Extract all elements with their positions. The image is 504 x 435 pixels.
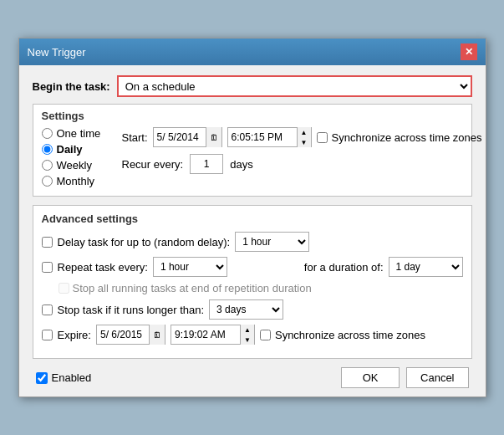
expire-sync-checkbox[interactable] — [260, 330, 271, 340]
new-trigger-dialog: New Trigger ✕ Begin the task: On a sched… — [18, 38, 486, 397]
schedule-details: Start: 5/ 5/2014 🗓 ▲ ▼ — [122, 127, 482, 187]
begin-task-select[interactable]: On a schedule At log on At startup On id… — [117, 75, 472, 97]
cancel-button[interactable]: Cancel — [406, 367, 468, 388]
stop-longer-checkbox[interactable] — [42, 304, 53, 315]
advanced-label: Advanced settings — [42, 212, 463, 225]
weekly-radio-item[interactable]: Weekly — [42, 159, 109, 171]
monthly-radio-item[interactable]: Monthly — [42, 175, 109, 187]
start-date-value: 5/ 5/2014 — [154, 130, 206, 145]
expire-time-input[interactable] — [171, 327, 240, 342]
time-spin-buttons: ▲ ▼ — [297, 127, 311, 147]
duration-label: for a duration of: — [304, 261, 384, 274]
stop-longer-label: Stop task if it runs longer than: — [58, 304, 205, 316]
expire-sync-label: Synchronize across time zones — [275, 329, 425, 341]
advanced-settings-section: Advanced settings Delay task for up to (… — [33, 205, 472, 359]
duration-select[interactable]: 1 day 30 minutes 1 hour Indefinitely — [389, 257, 463, 277]
expire-date-value: 5/ 6/2015 — [97, 327, 149, 342]
time-up-button[interactable]: ▲ — [298, 127, 311, 137]
recur-label: Recur every: — [122, 158, 184, 171]
one-time-radio[interactable] — [42, 128, 53, 139]
stop-longer-row: Stop task if it runs longer than: 3 days… — [42, 299, 463, 320]
daily-radio-item[interactable]: Daily — [42, 143, 109, 156]
expire-label: Expire: — [58, 329, 91, 341]
begin-task-label: Begin the task: — [33, 80, 110, 93]
start-time-input[interactable] — [228, 130, 297, 145]
delay-task-row: Delay task for up to (random delay): 1 h… — [42, 232, 463, 252]
start-time-field[interactable]: ▲ ▼ — [227, 127, 312, 147]
dialog-buttons: OK Cancel — [341, 367, 468, 388]
start-date-calendar-button[interactable]: 🗓 — [206, 127, 221, 147]
recur-value-input[interactable] — [190, 154, 223, 174]
weekly-radio[interactable] — [42, 160, 53, 171]
stop-longer-select[interactable]: 3 days 30 minutes 1 hour 2 hours 1 day — [209, 299, 283, 320]
title-bar: New Trigger ✕ — [19, 38, 486, 65]
repeat-task-row: Repeat task every: 1 hour 5 minutes 10 m… — [42, 257, 463, 277]
recur-unit: days — [230, 158, 252, 171]
time-down-button[interactable]: ▼ — [298, 137, 311, 147]
expire-date-calendar-button[interactable]: 🗓 — [149, 325, 165, 345]
settings-label: Settings — [42, 110, 463, 122]
ok-button[interactable]: OK — [341, 367, 400, 388]
expire-sync-row: Synchronize across time zones — [260, 329, 425, 341]
monthly-label: Monthly — [57, 175, 95, 187]
dialog-title: New Trigger — [28, 46, 86, 59]
stop-all-row: Stop all running tasks at end of repetit… — [59, 282, 463, 294]
delay-task-checkbox[interactable] — [42, 237, 53, 248]
footer-row: Enabled OK Cancel — [33, 367, 472, 388]
close-button[interactable]: ✕ — [461, 44, 477, 60]
enabled-checkbox[interactable] — [36, 372, 48, 384]
start-label: Start: — [122, 131, 148, 144]
monthly-radio[interactable] — [42, 176, 53, 187]
repeat-task-checkbox[interactable] — [42, 262, 53, 273]
stop-all-label: Stop all running tasks at end of repetit… — [73, 282, 312, 294]
repeat-task-label: Repeat task every: — [58, 261, 148, 274]
expire-checkbox[interactable] — [42, 330, 53, 340]
expire-time-up-button[interactable]: ▲ — [241, 325, 254, 335]
expire-time-field[interactable]: ▲ ▼ — [171, 325, 255, 345]
daily-label: Daily — [57, 143, 83, 156]
daily-radio[interactable] — [42, 144, 53, 155]
one-time-radio-item[interactable]: One time — [42, 127, 109, 140]
one-time-label: One time — [57, 127, 101, 140]
stop-all-checkbox[interactable] — [59, 283, 69, 294]
start-date-field[interactable]: 5/ 5/2014 🗓 — [153, 127, 222, 147]
delay-task-label: Delay task for up to (random delay): — [58, 236, 231, 248]
repeat-task-select[interactable]: 1 hour 5 minutes 10 minutes 15 minutes 3… — [153, 257, 227, 277]
enabled-check-group: Enabled — [36, 371, 92, 384]
enabled-label: Enabled — [52, 371, 92, 384]
sync-timezone-row: Synchronize across time zones — [317, 131, 482, 144]
expire-time-spin: ▲ ▼ — [240, 325, 254, 345]
weekly-label: Weekly — [57, 159, 92, 171]
expire-time-down-button[interactable]: ▼ — [241, 335, 254, 345]
sync-timezone-label: Synchronize across time zones — [332, 131, 482, 144]
expire-row: Expire: 5/ 6/2015 🗓 ▲ ▼ Synchronize acro… — [42, 325, 463, 345]
schedule-type-group: One time Daily Weekly Monthly — [42, 127, 109, 187]
delay-task-select[interactable]: 1 hour 30 minutes 2 hours 4 hours 8 hour… — [235, 232, 309, 252]
expire-date-field[interactable]: 5/ 6/2015 🗓 — [96, 325, 165, 345]
sync-timezone-checkbox[interactable] — [317, 132, 328, 143]
for-duration-row: for a duration of: 1 day 30 minutes 1 ho… — [304, 257, 463, 277]
